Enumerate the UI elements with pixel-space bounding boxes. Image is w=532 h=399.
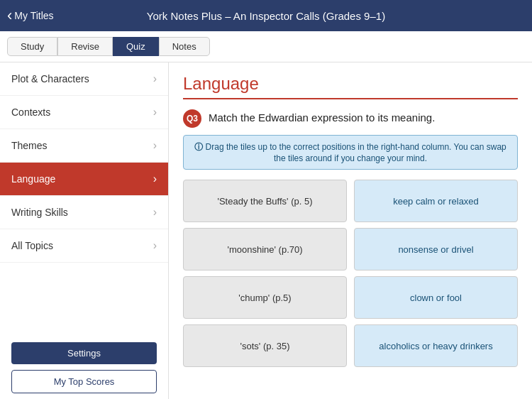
sidebar-item-label: Writing Skills [11, 207, 68, 218]
back-button[interactable]: My Titles [7, 8, 54, 23]
info-box: Drag the tiles up to the correct positio… [183, 135, 518, 170]
match-right-2[interactable]: clown or fool [354, 276, 518, 319]
tab-bar: Study Revise Quiz Notes [0, 31, 532, 62]
chevron-right-icon: › [153, 72, 157, 85]
match-right-3[interactable]: alcoholics or heavy drinkers [354, 324, 518, 367]
sidebar-item-label: All Topics [11, 240, 53, 251]
chevron-right-icon: › [153, 173, 157, 185]
sidebar-item-label: Contexts [11, 106, 50, 118]
match-row: 'sots' (p. 35) alcoholics or heavy drink… [183, 324, 518, 367]
back-label: My Titles [14, 10, 53, 21]
sidebar-item-alltopics[interactable]: All Topics › [0, 229, 168, 263]
match-grid: 'Steady the Buffs' (p. 5) keep calm or r… [183, 180, 518, 367]
page-title: Language [183, 74, 518, 99]
tab-study[interactable]: Study [7, 37, 57, 56]
sidebar-item-label: Plot & Characters [11, 73, 89, 84]
chevron-right-icon: › [153, 239, 157, 252]
match-left-3[interactable]: 'sots' (p. 35) [183, 324, 347, 367]
match-row: 'moonshine' (p.70) nonsense or drivel [183, 228, 518, 270]
sidebar-item-themes[interactable]: Themes › [0, 129, 168, 163]
match-row: 'chump' (p.5) clown or fool [183, 276, 518, 319]
sidebar-item-writing[interactable]: Writing Skills › [0, 196, 168, 229]
sidebar-item-label: Language [11, 173, 55, 185]
chevron-right-icon: › [153, 139, 157, 152]
sidebar-item-language[interactable]: Language › [0, 163, 168, 196]
tab-quiz[interactable]: Quiz [113, 37, 159, 56]
sidebar-nav: Plot & Characters › Contexts › Themes › … [0, 62, 168, 334]
main-layout: Plot & Characters › Contexts › Themes › … [0, 62, 532, 399]
sidebar-item-label: Themes [11, 140, 48, 151]
header-title: York Notes Plus – An Inspector Calls (Gr… [147, 10, 385, 22]
chevron-right-icon: › [153, 106, 157, 119]
sidebar-item-plot[interactable]: Plot & Characters › [0, 62, 168, 96]
match-left-0[interactable]: 'Steady the Buffs' (p. 5) [183, 180, 347, 222]
tab-revise[interactable]: Revise [57, 37, 113, 56]
sidebar-footer: Settings My Top Scores [0, 334, 168, 399]
top-scores-button[interactable]: My Top Scores [11, 370, 157, 393]
sidebar: Plot & Characters › Contexts › Themes › … [0, 62, 169, 399]
settings-button[interactable]: Settings [11, 342, 157, 364]
match-left-1[interactable]: 'moonshine' (p.70) [183, 228, 347, 270]
sidebar-item-contexts[interactable]: Contexts › [0, 96, 168, 129]
match-right-0[interactable]: keep calm or relaxed [354, 180, 518, 222]
content-area: Language Q3 Match the Edwardian expressi… [169, 62, 532, 399]
question-header: Q3 Match the Edwardian expression to its… [183, 109, 518, 128]
question-badge: Q3 [183, 109, 201, 128]
app-header: My Titles York Notes Plus – An Inspector… [0, 0, 532, 31]
match-left-2[interactable]: 'chump' (p.5) [183, 276, 347, 319]
match-row: 'Steady the Buffs' (p. 5) keep calm or r… [183, 180, 518, 222]
question-text: Match the Edwardian expression to its me… [209, 109, 435, 124]
match-right-1[interactable]: nonsense or drivel [354, 228, 518, 270]
chevron-right-icon: › [153, 206, 157, 219]
tab-notes[interactable]: Notes [159, 37, 210, 56]
